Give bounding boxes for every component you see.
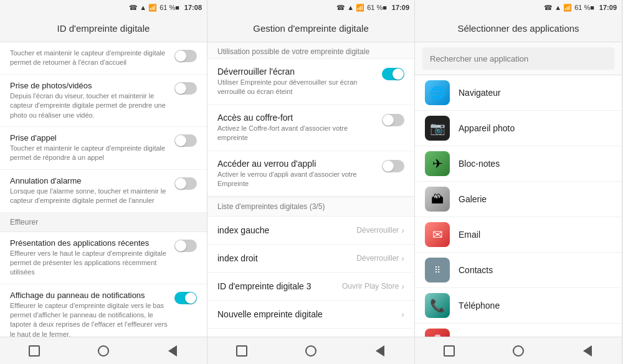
toggle-applock-area[interactable] (382, 160, 404, 172)
toggle-notif[interactable] (174, 292, 197, 304)
toggle-photos-area[interactable] (174, 82, 197, 95)
setting-notifications: Affichage du panneau de notifications Ef… (0, 284, 207, 337)
nav-recent-1[interactable] (22, 338, 47, 363)
panel-fingerprint-id: ☎ ▲ 📶 61 %■ 17:08 ID d'empreinte digital… (0, 0, 207, 364)
app-item-navigateur[interactable]: 🌐 Navigateur (415, 75, 622, 111)
toggle-call-area[interactable] (174, 134, 197, 147)
toggle-photos[interactable] (174, 82, 197, 95)
fp-unlock-title: Déverrouiller l'écran (217, 67, 377, 77)
fp-item-label-0: index gauche (217, 225, 269, 235)
battery-3: 61 %■ (574, 4, 594, 11)
back-icon-1 (168, 345, 177, 357)
setting-alarm: Annulation d'alarme Lorsque que l'alarme… (0, 170, 207, 213)
toggle-recent-area[interactable] (174, 240, 197, 252)
setting-alarm-title: Annulation d'alarme (10, 176, 169, 185)
app-item-gallery[interactable]: 🏔 Galerie (415, 182, 622, 217)
fp-item-action-0: Déverrouiller (356, 226, 399, 235)
chevron-icon-1: › (401, 253, 404, 263)
status-bar-1: ☎ ▲ 📶 61 %■ 17:08 (0, 0, 207, 15)
app-item-camera[interactable]: 📷 Appareil photo (415, 111, 622, 146)
nav-back-1[interactable] (160, 338, 185, 363)
setting-photos-title: Prise de photos/vidéos (10, 81, 169, 90)
toggle-alarm[interactable] (174, 177, 197, 190)
search-input[interactable] (422, 47, 614, 70)
fp-list-header: Liste d'empreintes digitales (3/5) (207, 197, 414, 217)
app-name-camera: Appareil photo (459, 123, 515, 133)
app-icon-contacts: ⠿ (425, 258, 450, 282)
time-1: 17:08 (184, 4, 202, 11)
app-icon-navigateur: 🌐 (425, 80, 450, 105)
nav-recent-3[interactable] (437, 338, 462, 363)
setting-notif-title: Affichage du panneau de notifications (10, 291, 169, 300)
fp-item-right-0: Déverrouiller › (356, 225, 404, 235)
battery-1: 61 %■ (159, 4, 179, 11)
back-icon-2 (376, 345, 384, 357)
toggle-top[interactable] (174, 50, 197, 62)
app-icon-gallery: 🏔 (425, 187, 450, 212)
fp-item-action-1: Déverrouiller (356, 254, 399, 263)
panel3-content: 🌐 Navigateur 📷 Appareil photo ✈ Bloc-not… (415, 42, 622, 337)
nav-recent-2[interactable] (229, 338, 254, 363)
fp-unlock-screen: Déverrouiller l'écran Utiliser Empreinte… (207, 59, 414, 105)
fp-item-action-2: Ouvrir Play Store (342, 282, 399, 291)
toggle-unlock-area[interactable] (382, 68, 404, 80)
app-name-gallery: Galerie (459, 194, 487, 204)
app-item-telephone[interactable]: 📞 Téléphone (415, 288, 622, 324)
toggle-top-switch[interactable] (174, 50, 197, 62)
setting-call-desc: Toucher et maintenir le capteur d'emprei… (10, 144, 169, 163)
toggle-notif-area[interactable] (174, 292, 197, 304)
app-item-email[interactable]: ✉ Email (415, 217, 622, 253)
fp-safe-desc: Activez le Coffre-fort avant d'associer … (217, 124, 377, 143)
fp-item-index-droit[interactable]: index droit Déverrouiller › (207, 245, 414, 273)
panel-select-apps: ☎ ▲ 📶 61 %■ 17:09 Sélectionner des appli… (415, 0, 622, 364)
toggle-safe[interactable] (382, 114, 404, 126)
toggle-safe-area[interactable] (382, 114, 404, 126)
app-icon-email: ✉ (425, 222, 450, 247)
fp-item-new[interactable]: Nouvelle empreinte digitale › (207, 301, 414, 329)
fp-safe: Accès au coffre-fort Activez le Coffre-f… (207, 105, 414, 151)
nav-home-2[interactable] (298, 338, 323, 363)
panel1-title: ID d'empreinte digitale (57, 23, 150, 34)
status-icons-3: ☎ ▲ 📶 (544, 4, 572, 12)
app-icon-messagerie: 🌸 (425, 329, 450, 337)
back-icon-3 (583, 345, 592, 357)
bottom-nav-3 (415, 337, 622, 364)
fp-applock-title: Accéder au verrou d'appli (217, 159, 377, 169)
app-name-notes: Bloc-notes (459, 159, 500, 169)
setting-alarm-desc: Lorsque que l'alarme sonne, toucher et m… (10, 187, 169, 206)
battery-2: 61 %■ (367, 4, 387, 11)
app-item-notes[interactable]: ✈ Bloc-notes (415, 146, 622, 182)
fp-item-id3[interactable]: ID d'empreinte digitale 3 Ouvrir Play St… (207, 273, 414, 301)
toggle-recent[interactable] (174, 240, 197, 252)
nav-home-3[interactable] (506, 338, 531, 363)
nav-back-2[interactable] (368, 338, 392, 363)
panel2-title: Gestion d'empreinte digitale (253, 23, 368, 34)
app-item-contacts[interactable]: ⠿ Contacts (415, 253, 622, 288)
chevron-icon-2: › (401, 281, 404, 291)
fp-item-index-gauche[interactable]: index gauche Déverrouiller › (207, 217, 414, 245)
fp-applock-desc: Activer le verrou d'appli avant d'associ… (217, 170, 377, 189)
nav-home-1[interactable] (91, 338, 116, 363)
top-bar-2: Gestion d'empreinte digitale (207, 15, 414, 42)
setting-recent-apps-title: Présentation des applications récentes (10, 238, 169, 248)
chevron-icon-0: › (401, 225, 404, 235)
toggle-unlock[interactable] (382, 68, 404, 80)
time-3: 17:09 (599, 4, 617, 11)
section-effleurer: Effleurer (0, 213, 207, 232)
circle-icon-3 (513, 345, 524, 357)
status-bar-2: ☎ ▲ 📶 61 %■ 17:09 (207, 0, 414, 15)
panel-fp-management: ☎ ▲ 📶 61 %■ 17:09 Gestion d'empreinte di… (207, 0, 415, 364)
toggle-applock[interactable] (382, 160, 404, 172)
fp-item-right-2: Ouvrir Play Store › (342, 281, 404, 291)
fp-applock: Accéder au verrou d'appli Activer le ver… (207, 151, 414, 197)
chevron-icon-3: › (401, 309, 404, 319)
toggle-call[interactable] (174, 134, 197, 147)
fp-item-label-1: index droit (217, 253, 258, 263)
status-icons-1: ☎ ▲ 📶 (129, 4, 157, 12)
setting-notif-desc: Effleurer le capteur d'empreinte digital… (10, 301, 169, 337)
setting-top-desc: Toucher et maintenir le capteur d'emprei… (10, 49, 169, 68)
app-item-messagerie[interactable]: 🌸 Messagerie (415, 324, 622, 337)
toggle-alarm-area[interactable] (174, 177, 197, 190)
status-bar-3: ☎ ▲ 📶 61 %■ 17:09 (415, 0, 622, 15)
nav-back-3[interactable] (575, 338, 600, 363)
